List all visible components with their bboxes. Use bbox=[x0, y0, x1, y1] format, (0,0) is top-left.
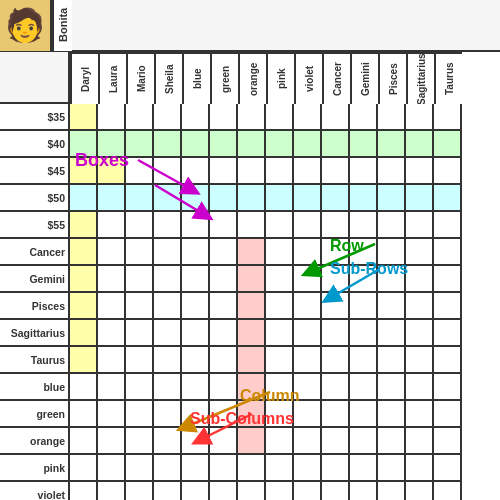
cell-r6-c5 bbox=[210, 266, 238, 293]
cell-r8-c12 bbox=[406, 320, 434, 347]
cell-r11-c13 bbox=[434, 401, 462, 428]
cell-r2-c8 bbox=[294, 158, 322, 185]
row-header-violet: violet bbox=[0, 482, 70, 500]
cell-r2-c11 bbox=[378, 158, 406, 185]
cell-r9-c6 bbox=[238, 347, 266, 374]
cell-r11-c2 bbox=[126, 401, 154, 428]
cell-r0-c4 bbox=[182, 104, 210, 131]
cell-r4-c11 bbox=[378, 212, 406, 239]
cell-r13-c5 bbox=[210, 455, 238, 482]
cell-r10-c1 bbox=[98, 374, 126, 401]
data-row-3 bbox=[70, 185, 462, 212]
cell-r9-c0 bbox=[70, 347, 98, 374]
cell-r12-c10 bbox=[350, 428, 378, 455]
cell-r6-c6 bbox=[238, 266, 266, 293]
cell-r10-c11 bbox=[378, 374, 406, 401]
cell-r8-c3 bbox=[154, 320, 182, 347]
cell-r3-c9 bbox=[322, 185, 350, 212]
cell-r0-c8 bbox=[294, 104, 322, 131]
cell-r4-c9 bbox=[322, 212, 350, 239]
cell-r2-c7 bbox=[266, 158, 294, 185]
cell-r11-c6 bbox=[238, 401, 266, 428]
cell-r6-c2 bbox=[126, 266, 154, 293]
cell-r13-c11 bbox=[378, 455, 406, 482]
cell-r14-c5 bbox=[210, 482, 238, 500]
row-header-dollar-55: $55 bbox=[0, 212, 70, 239]
cell-r10-c4 bbox=[182, 374, 210, 401]
row-header-dollar-50: $50 bbox=[0, 185, 70, 212]
cell-r0-c6 bbox=[238, 104, 266, 131]
cell-r7-c4 bbox=[182, 293, 210, 320]
cell-r4-c5 bbox=[210, 212, 238, 239]
col-header-Sheila: Sheila bbox=[154, 52, 182, 104]
col-header-Cancer: Cancer bbox=[322, 52, 350, 104]
cell-r0-c9 bbox=[322, 104, 350, 131]
cell-r13-c10 bbox=[350, 455, 378, 482]
cell-r12-c2 bbox=[126, 428, 154, 455]
cell-r3-c8 bbox=[294, 185, 322, 212]
bonita-label: Bonita bbox=[52, 0, 72, 51]
cell-r3-c1 bbox=[98, 185, 126, 212]
cell-r8-c10 bbox=[350, 320, 378, 347]
data-row-6 bbox=[70, 266, 462, 293]
cell-r14-c11 bbox=[378, 482, 406, 500]
cell-r12-c6 bbox=[238, 428, 266, 455]
cell-r8-c4 bbox=[182, 320, 210, 347]
cell-r8-c6 bbox=[238, 320, 266, 347]
cell-r7-c10 bbox=[350, 293, 378, 320]
cell-r12-c1 bbox=[98, 428, 126, 455]
cell-r0-c1 bbox=[98, 104, 126, 131]
cell-r3-c13 bbox=[434, 185, 462, 212]
cell-r14-c6 bbox=[238, 482, 266, 500]
data-row-11 bbox=[70, 401, 462, 428]
cell-r9-c5 bbox=[210, 347, 238, 374]
cell-r1-c6 bbox=[238, 131, 266, 158]
cell-r7-c5 bbox=[210, 293, 238, 320]
row-header-blue: blue bbox=[0, 374, 70, 401]
data-row-0 bbox=[70, 104, 462, 131]
cell-r11-c5 bbox=[210, 401, 238, 428]
cell-r0-c10 bbox=[350, 104, 378, 131]
cell-r5-c12 bbox=[406, 239, 434, 266]
cell-r10-c6 bbox=[238, 374, 266, 401]
row-header-Sagittarius: Sagittarius bbox=[0, 320, 70, 347]
cell-r5-c9 bbox=[322, 239, 350, 266]
col-header-violet: violet bbox=[294, 52, 322, 104]
cell-r7-c6 bbox=[238, 293, 266, 320]
cell-r5-c6 bbox=[238, 239, 266, 266]
cell-r9-c13 bbox=[434, 347, 462, 374]
cell-r7-c8 bbox=[294, 293, 322, 320]
cell-r12-c7 bbox=[266, 428, 294, 455]
cell-r7-c11 bbox=[378, 293, 406, 320]
cell-r2-c0 bbox=[70, 158, 98, 185]
row-header-Cancer: Cancer bbox=[0, 239, 70, 266]
cell-r6-c9 bbox=[322, 266, 350, 293]
cell-r6-c3 bbox=[154, 266, 182, 293]
data-row-9 bbox=[70, 347, 462, 374]
row-header-Gemini: Gemini bbox=[0, 266, 70, 293]
cell-r14-c8 bbox=[294, 482, 322, 500]
cell-r7-c3 bbox=[154, 293, 182, 320]
cell-r0-c2 bbox=[126, 104, 154, 131]
cell-r13-c1 bbox=[98, 455, 126, 482]
data-row-5 bbox=[70, 239, 462, 266]
cell-r3-c6 bbox=[238, 185, 266, 212]
cell-r2-c6 bbox=[238, 158, 266, 185]
cell-r11-c7 bbox=[266, 401, 294, 428]
cell-r0-c7 bbox=[266, 104, 294, 131]
cell-r5-c0 bbox=[70, 239, 98, 266]
cell-r2-c2 bbox=[126, 158, 154, 185]
cell-r8-c13 bbox=[434, 320, 462, 347]
cell-r3-c5 bbox=[210, 185, 238, 212]
cell-r7-c13 bbox=[434, 293, 462, 320]
cell-r0-c3 bbox=[154, 104, 182, 131]
col-header-Pisces: Pisces bbox=[378, 52, 406, 104]
cell-r4-c4 bbox=[182, 212, 210, 239]
data-row-13 bbox=[70, 455, 462, 482]
cell-r4-c3 bbox=[154, 212, 182, 239]
cell-r11-c10 bbox=[350, 401, 378, 428]
data-row-1 bbox=[70, 131, 462, 158]
cell-r8-c1 bbox=[98, 320, 126, 347]
cell-r1-c4 bbox=[182, 131, 210, 158]
col-header-blue: blue bbox=[182, 52, 210, 104]
